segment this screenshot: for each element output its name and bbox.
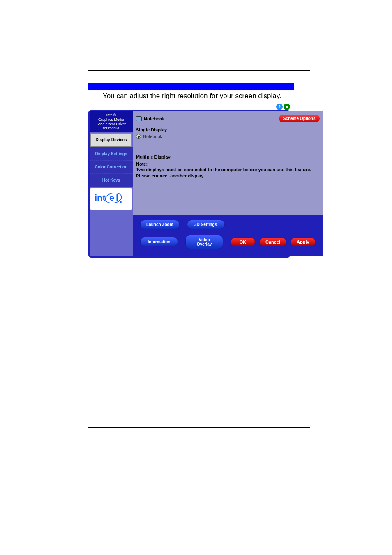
note-label: Note: bbox=[136, 161, 320, 167]
single-display-heading: Single Display bbox=[136, 127, 320, 132]
help-button[interactable]: ? bbox=[276, 104, 283, 110]
sidebar-item-display-settings[interactable]: Display Settings bbox=[90, 147, 133, 161]
sidebar-header: Intel® Graphics Media Accelerator Driver… bbox=[90, 111, 133, 132]
bottom-button-area: Launch Zoom 3D Settings Information Vide… bbox=[133, 215, 323, 256]
monitor-icon bbox=[136, 116, 142, 121]
note-text: Two displays must be connected to the co… bbox=[136, 167, 320, 179]
single-display-radio-notebook[interactable]: Notebook bbox=[136, 134, 320, 139]
svg-text:int: int bbox=[95, 193, 106, 203]
scheme-options-button[interactable]: Scheme Options bbox=[279, 115, 320, 122]
main-content: Notebook Scheme Options Single Display N… bbox=[133, 111, 323, 215]
device-name: Notebook bbox=[144, 116, 165, 121]
apply-button[interactable]: Apply bbox=[291, 237, 316, 246]
radio-selected-icon bbox=[136, 134, 141, 139]
instruction-text: You can adjust the right resolution for … bbox=[103, 92, 310, 100]
intel-logo: int e l . bbox=[90, 188, 132, 210]
sidebar-item-display-devices[interactable]: Display Devices bbox=[90, 133, 132, 147]
bottom-divider bbox=[88, 427, 310, 428]
close-button[interactable]: ✕ bbox=[284, 104, 290, 110]
multiple-display-heading: Multiple Display bbox=[136, 154, 320, 159]
svg-text:e: e bbox=[109, 193, 114, 203]
video-overlay-button[interactable]: Video Overlay bbox=[185, 235, 223, 249]
launch-zoom-button[interactable]: Launch Zoom bbox=[140, 220, 180, 229]
radio-label: Notebook bbox=[143, 134, 162, 139]
device-indicator: Notebook bbox=[136, 116, 165, 121]
cancel-button[interactable]: Cancel bbox=[259, 237, 286, 246]
sidebar: Intel® Graphics Media Accelerator Driver… bbox=[90, 111, 133, 256]
sidebar-item-color-correction[interactable]: Color Correction bbox=[90, 161, 133, 174]
top-divider bbox=[88, 70, 310, 71]
information-button[interactable]: Information bbox=[140, 237, 178, 246]
three-d-settings-button[interactable]: 3D Settings bbox=[187, 220, 225, 229]
intel-graphics-panel: ? ✕ Intel® Graphics Media Accelerator Dr… bbox=[88, 104, 290, 258]
sidebar-item-hot-keys[interactable]: Hot Keys bbox=[90, 174, 133, 187]
blue-header-bar bbox=[88, 83, 294, 90]
ok-button[interactable]: OK bbox=[231, 237, 255, 246]
